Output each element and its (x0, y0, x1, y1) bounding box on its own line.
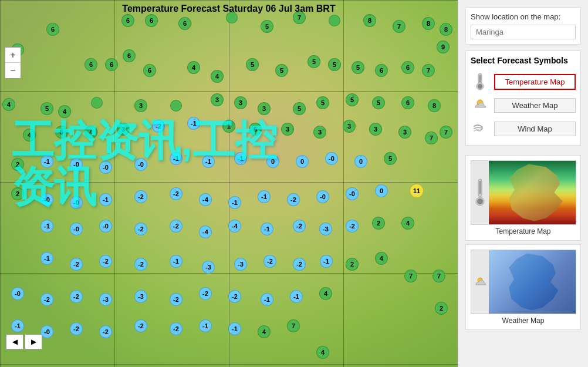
temp-bubble: 3 (369, 123, 382, 136)
temp-bubble: -0 (70, 223, 83, 235)
thumbnails-container: Temperature Map Weather Map (465, 151, 581, 330)
temp-bubble: 5 (307, 55, 320, 68)
temp-bubble: 5 (261, 20, 273, 33)
nav-next-button[interactable]: ▶ (25, 334, 42, 349)
temp-bubble: -3 (202, 261, 215, 274)
forecast-item-wind[interactable]: Wind Map (471, 117, 576, 140)
temp-bubble: -2 (99, 325, 112, 338)
thumbnail-weather[interactable]: Weather Map (465, 244, 581, 330)
temp-bubble: -2 (228, 290, 241, 303)
temp-bubble: -4 (228, 220, 241, 233)
temp-bubble: 3 (258, 102, 271, 115)
temp-bubble: 5 (293, 102, 306, 115)
temp-bubble: 5 (346, 93, 359, 106)
forecast-item-temperature[interactable]: Temperature Map (471, 70, 576, 93)
temp-bubble: -2 (287, 193, 300, 206)
nav-prev-button[interactable]: ◀ (6, 334, 23, 349)
svg-rect-2 (479, 75, 481, 82)
forecast-section-title: Select Forecast Symbols (471, 56, 576, 65)
temp-bubble: 11 (410, 184, 424, 198)
forecast-section: Select Forecast Symbols Temperature Map … (465, 50, 581, 146)
temp-bubble: 3 (313, 126, 326, 139)
sidebar: Show location on the map: Select Forecas… (458, 0, 588, 367)
temp-bubble: 2 (435, 302, 448, 315)
temp-bubble: 6 (375, 64, 388, 77)
temp-bubble: -0 (99, 220, 112, 233)
temp-bubble: 5 (246, 58, 259, 71)
temp-bubble: -2 (263, 255, 276, 268)
temp-bubble: -1 (40, 252, 53, 265)
temp-bubble: -1 (290, 290, 303, 303)
temp-bubble: 8 (363, 14, 376, 27)
temp-bubble: -0 (346, 187, 359, 200)
temp-bubble: -2 (293, 258, 306, 271)
location-label: Show location on the map: (471, 12, 576, 21)
temp-bubble: -0 (325, 152, 338, 165)
temp-bubble: 6 (178, 17, 191, 30)
svg-point-3 (478, 84, 482, 89)
thumbnail-label-temperature: Temperature Map (471, 227, 576, 235)
temp-bubble: -2 (70, 258, 83, 271)
temp-bubble: 6 (123, 49, 136, 62)
temp-bubble: 6 (85, 58, 97, 71)
temp-bubble: -1 (228, 322, 241, 335)
temp-bubble: -1 (40, 220, 53, 233)
wind-icon (471, 119, 489, 138)
location-section: Show location on the map: (465, 7, 581, 45)
temp-bubble: -4 (199, 225, 212, 238)
watermark: 工控资讯,工控资讯 (12, 117, 277, 210)
temp-bubble: 0 (375, 184, 388, 197)
thumbnail-image-weather (471, 250, 576, 314)
temp-bubble: 8 (440, 23, 452, 36)
temp-bubble: -0 (316, 190, 329, 203)
location-input[interactable] (471, 25, 576, 39)
temp-bubble: -2 (134, 258, 147, 271)
temp-bubble (329, 15, 340, 26)
temp-bubble: -3 (99, 293, 112, 306)
temp-bubble: 9 (437, 41, 450, 53)
temp-bubble (91, 97, 103, 109)
temp-bubble: 5 (372, 96, 385, 109)
temperature-button[interactable]: Temperature Map (494, 74, 576, 90)
thumbnail-image-temperature (471, 160, 576, 225)
temp-bubble: 3 (211, 93, 224, 106)
temp-bubble: 7 (404, 270, 417, 282)
temp-bubble: 7 (393, 20, 405, 33)
thumbnail-temperature[interactable]: Temperature Map (465, 155, 581, 241)
temp-bubble: -2 (70, 322, 83, 335)
temp-bubble: 7 (425, 132, 438, 144)
weather-icon (471, 96, 489, 115)
temp-bubble: 4 (2, 98, 15, 111)
temp-bubble: 5 (316, 96, 329, 109)
temperature-icon (471, 72, 489, 91)
temp-bubble: 5 (384, 152, 397, 165)
temp-bubble: -3 (234, 258, 247, 271)
temp-bubble: 2 (346, 258, 359, 271)
svg-rect-7 (479, 181, 481, 194)
wind-button[interactable]: Wind Map (494, 122, 576, 136)
temp-bubble: 6 (46, 23, 59, 36)
temp-bubble: 8 (422, 17, 435, 30)
temp-bubble: 6 (401, 96, 414, 109)
temp-bubble: -0 (11, 287, 24, 300)
zoom-out-button[interactable]: − (5, 63, 21, 78)
temp-bubble: 5 (352, 61, 364, 74)
temp-bubble: -0 (40, 325, 53, 338)
temp-bubble: 7 (440, 126, 452, 139)
zoom-controls: + − (5, 47, 21, 79)
nav-controls: ◀ ▶ (6, 334, 42, 349)
forecast-item-weather[interactable]: Weather Map (471, 93, 576, 117)
temp-bubble: -2 (170, 293, 183, 306)
zoom-in-button[interactable]: + (5, 48, 21, 63)
temp-bubble: 6 (121, 14, 134, 27)
temp-bubble: -2 (199, 287, 212, 300)
weather-button[interactable]: Weather Map (494, 98, 576, 113)
temp-bubble: 3 (398, 126, 411, 139)
temp-bubble: 5 (40, 102, 53, 115)
temp-bubble: -2 (134, 319, 147, 332)
temp-bubble: 4 (187, 61, 200, 74)
temp-bubble: 6 (143, 64, 156, 77)
map-container: Temperature Forecast Saturday 06 Jul 3am… (0, 0, 458, 367)
temp-bubble (170, 100, 182, 112)
temp-bubble: 4 (319, 287, 332, 300)
